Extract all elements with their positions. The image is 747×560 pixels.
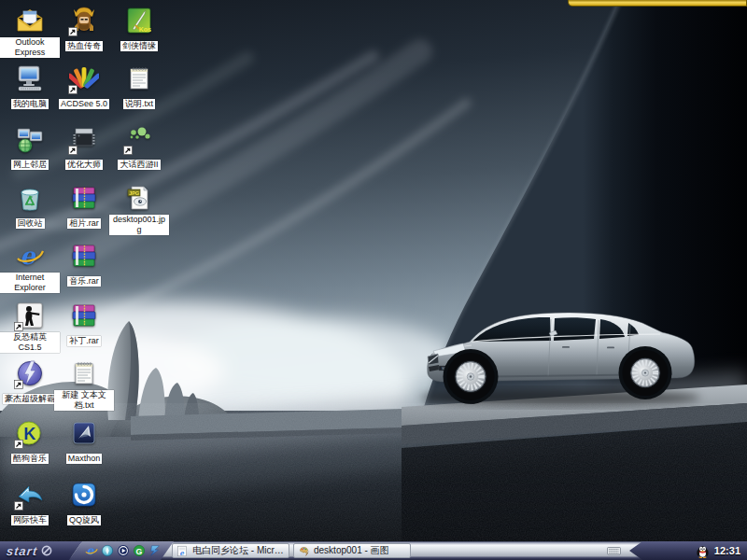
icon-label: Internet Explorer bbox=[0, 273, 60, 293]
icon-label: 剑侠情缘 bbox=[120, 41, 158, 51]
desktop-icon-rar-photos[interactable]: 相片.rar bbox=[54, 183, 114, 230]
kos-icon bbox=[124, 6, 154, 35]
desktop-icon-photo-jpg[interactable]: desktop001.jpg bbox=[109, 183, 169, 236]
start-label: start bbox=[6, 544, 38, 558]
flashget-icon bbox=[15, 480, 45, 510]
quicklaunch-compass-icon[interactable] bbox=[101, 544, 114, 557]
icon-label: 热血传奇 bbox=[65, 41, 103, 51]
quick-launch-bar bbox=[69, 541, 174, 560]
cs-icon bbox=[15, 301, 45, 330]
icon-label: 网际快车 bbox=[11, 515, 49, 525]
task-buttons-area: 电白同乡论坛 - Micros...desktop001 - 画图 bbox=[166, 541, 411, 560]
dots-icon bbox=[124, 124, 154, 154]
icon-label: 新建 文本文档.txt bbox=[54, 390, 114, 411]
desktop-icon-flashget[interactable]: 网际快车 bbox=[0, 480, 60, 526]
quicklaunch-bolt-icon[interactable] bbox=[148, 544, 162, 557]
desktop-icon-game-warrior[interactable]: 热血传奇 bbox=[54, 6, 114, 52]
warrior-icon bbox=[69, 6, 99, 35]
desktop-icon-text-doc[interactable]: 新建 文本文档.txt bbox=[54, 358, 114, 412]
desktop-icon-jx-online[interactable]: 剑侠情缘 bbox=[109, 6, 169, 52]
shortcut-arrow-icon bbox=[14, 440, 23, 449]
start-button[interactable]: start bbox=[0, 541, 82, 560]
desktop-icon-optimizer[interactable]: 优化大师 bbox=[54, 124, 114, 171]
notepad-icon bbox=[124, 63, 154, 93]
mail-icon bbox=[15, 6, 45, 35]
desktop-icon-internet-explorer[interactable]: Internet Explorer bbox=[0, 241, 60, 294]
desktop-icon-outlook-express[interactable]: Outlook Express bbox=[0, 6, 60, 59]
desktop-screen: e K bbox=[0, 0, 747, 560]
icon-label: 大话西游II bbox=[118, 160, 160, 170]
network-icon bbox=[15, 124, 45, 154]
desktop-icon-qq-whirl[interactable]: QQ旋风 bbox=[54, 480, 114, 526]
shortcut-arrow-icon bbox=[14, 501, 23, 511]
fan-icon bbox=[69, 63, 99, 93]
icon-label: 豪杰超级解霸 bbox=[3, 394, 57, 404]
icon-label: 反恐精英CS1.5 bbox=[0, 332, 60, 353]
desktop-icon-network-places[interactable]: 网上邻居 bbox=[0, 124, 60, 171]
chip-icon bbox=[69, 124, 99, 154]
quicklaunch-greeng-icon[interactable] bbox=[133, 544, 146, 557]
icon-label: Maxthon bbox=[66, 454, 103, 464]
shortcut-arrow-icon bbox=[68, 27, 78, 36]
desktop-icon-acdsee[interactable]: ACDSee 5.0 bbox=[54, 63, 114, 110]
quicklaunch-play-icon[interactable] bbox=[117, 544, 130, 557]
taskbar: start 电白同乡论坛 - Micros...desktop001 - 画图 … bbox=[0, 541, 747, 560]
icon-label: 音乐.rar bbox=[67, 276, 101, 287]
icon-label: 酷狗音乐 bbox=[11, 454, 49, 464]
icon-label: 网上邻居 bbox=[11, 160, 49, 170]
icon-label: QQ旋风 bbox=[67, 515, 101, 525]
qq-messenger-icon[interactable] bbox=[696, 543, 710, 558]
desktop-icon-counter-strike[interactable]: 反恐精英CS1.5 bbox=[0, 301, 60, 354]
desktop-icon-maxthon[interactable]: Maxthon bbox=[54, 418, 114, 465]
kapp-icon bbox=[15, 418, 45, 448]
shortcut-arrow-icon bbox=[123, 146, 133, 155]
icon-label: 优化大师 bbox=[65, 160, 103, 170]
taskbar-clock[interactable]: 12:31 bbox=[714, 545, 740, 556]
blueapp-icon bbox=[69, 418, 99, 448]
quicklaunch-ie-icon[interactable] bbox=[85, 544, 98, 557]
task-label: desktop001 - 画图 bbox=[314, 544, 389, 557]
shortcut-arrow-icon bbox=[68, 85, 78, 94]
taskbar-task-2[interactable]: desktop001 - 画图 bbox=[293, 543, 411, 558]
swirl-icon bbox=[69, 480, 99, 510]
rar-icon bbox=[69, 241, 99, 271]
iepage-icon bbox=[176, 545, 189, 557]
rar-icon bbox=[69, 183, 99, 213]
task-label: 电白同乡论坛 - Micros... bbox=[192, 544, 285, 557]
taskbar-task-1[interactable]: 电白同乡论坛 - Micros... bbox=[172, 543, 289, 558]
desktop-icon-kugoo[interactable]: 酷狗音乐 bbox=[0, 418, 60, 465]
notepad-icon bbox=[69, 358, 99, 388]
shortcut-arrow-icon bbox=[68, 146, 78, 155]
disc-icon bbox=[15, 358, 45, 388]
jpg-icon bbox=[124, 183, 154, 213]
desktop-icon-rar-patch[interactable]: 补丁.rar bbox=[54, 301, 114, 347]
shortcut-arrow-icon bbox=[14, 380, 23, 389]
desktop-icon-my-computer[interactable]: 我的电脑 bbox=[0, 63, 60, 110]
desktop-icon-readme[interactable]: 说明.txt bbox=[109, 63, 169, 110]
icon-label: 我的电脑 bbox=[11, 99, 49, 109]
desktop-icon-rar-music[interactable]: 音乐.rar bbox=[54, 241, 114, 287]
icon-label: 说明.txt bbox=[123, 99, 155, 109]
desktop-icon-recycle-bin[interactable]: 回收站 bbox=[0, 183, 60, 230]
input-method-keyboard-icon[interactable] bbox=[606, 543, 622, 558]
paint-icon bbox=[298, 545, 310, 557]
recycle-icon bbox=[15, 183, 45, 213]
start-orb-icon bbox=[41, 545, 52, 556]
ie-icon bbox=[15, 241, 45, 271]
icon-label: 补丁.rar bbox=[67, 336, 101, 346]
desktop-icons: Outlook Express我的电脑网上邻居回收站Internet Explo… bbox=[0, 0, 747, 541]
shortcut-arrow-icon bbox=[14, 322, 23, 331]
icon-label: 回收站 bbox=[16, 218, 45, 229]
icon-label: 相片.rar bbox=[67, 218, 101, 229]
icon-label: Outlook Express bbox=[0, 37, 60, 58]
icon-label: desktop001.jpg bbox=[109, 215, 169, 235]
rar-icon bbox=[69, 301, 99, 330]
icon-label: ACDSee 5.0 bbox=[59, 99, 109, 109]
computer-icon bbox=[15, 63, 45, 93]
system-tray: 12:31 bbox=[627, 541, 747, 560]
desktop-icon-super-player[interactable]: 豪杰超级解霸 bbox=[0, 358, 60, 405]
desktop-icon-game-green[interactable]: 大话西游II bbox=[109, 124, 169, 171]
